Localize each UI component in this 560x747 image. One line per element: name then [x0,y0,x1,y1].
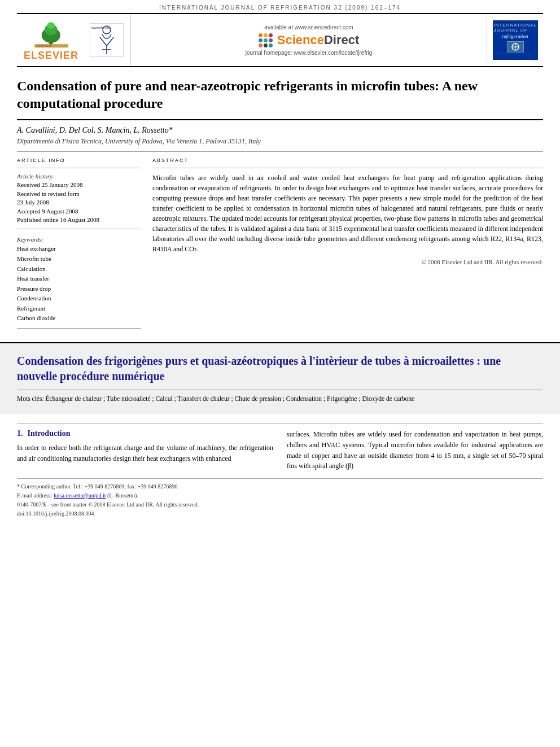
refrig-symbol-icon [508,42,523,52]
introduction-section: 1. Introduction In order to reduce both … [17,423,543,471]
affiliation: Dipartimento di Fisica Tecnica, Universi… [17,137,543,146]
iir-logo: www.iifiir.org [90,23,124,57]
intro-right-text: surfaces. Microfin tubes are widely used… [287,429,543,471]
sciencedirect-logo: ScienceDirect [259,33,360,47]
section-number: 1. [17,429,23,438]
keywords-bottom-divider [17,328,141,329]
refrig-logo-small-text: INTERNATIONAL JOURNAL OF [493,23,536,33]
abstract-text: Microfin tubes are widely used in air co… [152,173,543,254]
email-footnote: E-mail address: luisa.rossetto@unipd.it … [17,491,543,500]
article-info-column: ARTICLE INFO Article history: Received 2… [17,158,141,333]
logo-left: ELSEVIER ELSEVIER www.iifiir.org [17,14,131,66]
published-date: Published online 16 August 2008 [17,216,141,224]
logo-banner: ELSEVIER ELSEVIER www.iifiir.org availab… [17,13,543,67]
available-text: available at www.sciencedirect.com [264,24,353,30]
keywords-section: Keywords: Heat exchanger Microfin tube C… [17,236,141,324]
intro-right-col: surfaces. Microfin tubes are widely used… [287,429,543,471]
intro-left-text: In order to reduce both the refrigerant … [17,443,273,464]
section-title: Introduction [28,429,71,438]
iir-icon: www.iifiir.org [90,23,124,57]
abstract-top-divider [152,168,543,168]
svg-text:ELSEVIER: ELSEVIER [36,44,51,47]
main-content: Condensation of pure and near-azeotropic… [0,77,560,518]
article-columns: ARTICLE INFO Article history: Received 2… [17,158,543,333]
keyword-4: Heat transfer [17,274,141,284]
received-date: Received 25 January 2008 [17,181,141,189]
svg-point-3 [47,22,55,29]
corresponding-footnote: * Corresponding author. Tel.: +39 049 82… [17,482,543,491]
elsevier-tree-icon: ELSEVIER [34,19,68,50]
elsevier-logo: ELSEVIER ELSEVIER [24,19,78,62]
article-title: Condensation of pure and near-azeotropic… [17,77,543,112]
info-top-divider [17,168,141,168]
article-info-header: ARTICLE INFO [17,158,141,163]
email-link[interactable]: luisa.rossetto@unipd.it [54,492,106,499]
abstract-header: ABSTRACT [152,158,543,163]
footnotes: * Corresponding author. Tel.: +39 049 82… [17,478,543,518]
french-keywords-values: : Échangeur de chaleur ; Tube microailet… [42,395,414,402]
intro-top-divider [17,423,543,423]
keyword-6: Condensation [17,294,141,304]
keyword-8: Carbon dioxide [17,313,141,324]
refrig-logo-word: refrigeration [502,33,528,39]
intro-left-col: 1. Introduction In order to reduce both … [17,429,273,471]
refrigeration-journal-logo: INTERNATIONAL JOURNAL OF refrigeration [493,20,538,60]
logo-right: INTERNATIONAL JOURNAL OF refrigeration [487,14,543,66]
keyword-1: Heat exchanger [17,244,141,254]
doi-footnote: doi:10.1016/j.ijrefrig.2008.08.004 [17,509,543,518]
keywords-label: Keywords: [17,236,141,243]
revised-date: 23 July 2008 [17,198,141,207]
french-title: Condensation des frigorigènes purs et qu… [17,353,543,384]
french-keywords-label: Mots clés [17,395,42,402]
keyword-3: Calculation [17,264,141,274]
keyword-5: Pressure drop [17,284,141,294]
authors: A. Cavallini, D. Del Col, S. Mancin, L. … [17,126,543,135]
sciencedirect-dots [259,33,273,47]
pid-footnote: 0140-7007/$ – see front matter © 2008 El… [17,500,543,509]
logo-center: available at www.sciencedirect.com Scien… [131,14,487,66]
abstract-column: ABSTRACT Microfin tubes are widely used … [152,158,543,333]
refrig-logo-icon [507,41,524,53]
affiliation-divider [17,151,543,152]
elsevier-text: ELSEVIER [24,50,78,62]
journal-header: INTERNATIONAL JOURNAL OF REFRIGERATION 3… [0,0,560,13]
section-header: 1. Introduction [17,429,273,438]
accepted-date: Accepted 9 August 2008 [17,207,141,216]
keyword-2: Microfin tube [17,254,141,264]
journal-homepage: journal homepage: www.elsevier.com/locat… [246,50,373,56]
title-divider [17,119,543,120]
keyword-7: Refrigerant [17,304,141,314]
svg-text:www.iifiir.org: www.iifiir.org [91,26,110,29]
sciencedirect-text: ScienceDirect [277,33,360,47]
copyright-line: © 2008 Elsevier Ltd and IIR. All rights … [152,259,543,265]
introduction-content: 1. Introduction In order to reduce both … [17,429,543,471]
french-title-section: Condensation des frigorigènes purs et qu… [0,342,560,414]
french-keywords: Mots clés: Échangeur de chaleur ; Tube m… [17,390,543,404]
keywords-top-divider [17,229,141,229]
revised-label: Received in revised form [17,190,141,198]
history-label: Article history: [17,173,141,180]
